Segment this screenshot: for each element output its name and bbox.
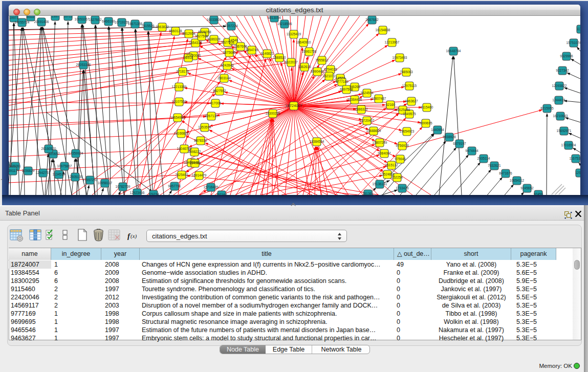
svg-text:1527602: 1527602 <box>89 18 102 21</box>
svg-text:11325419: 11325419 <box>287 32 301 36</box>
svg-text:3624554: 3624554 <box>360 91 374 95</box>
svg-text:1997: 1997 <box>52 16 59 18</box>
svg-text:12923466: 12923466 <box>130 191 145 194</box>
svg-text:7485063: 7485063 <box>400 70 413 74</box>
svg-text:252254: 252254 <box>391 176 403 179</box>
svg-text:10719155: 10719155 <box>115 20 129 24</box>
svg-text:16210643: 16210643 <box>553 114 568 118</box>
svg-text:12942757: 12942757 <box>36 171 51 174</box>
svg-text:20364436: 20364436 <box>347 98 362 101</box>
svg-text:9777169: 9777169 <box>335 80 349 83</box>
svg-text:15692971: 15692971 <box>557 129 572 133</box>
svg-text:16648784: 16648784 <box>446 49 461 53</box>
svg-text:10807487: 10807487 <box>372 97 386 100</box>
svg-text:8813054: 8813054 <box>268 16 281 19</box>
svg-text:15716485: 15716485 <box>204 185 219 189</box>
svg-text:18724007: 18724007 <box>285 103 302 108</box>
svg-text:2803144: 2803144 <box>217 76 231 80</box>
svg-text:2020657: 2020657 <box>47 152 60 156</box>
svg-text:8186328: 8186328 <box>207 37 221 41</box>
svg-text:26160520: 26160520 <box>41 147 56 150</box>
svg-text:1156829: 1156829 <box>22 169 35 172</box>
svg-text:1733426: 1733426 <box>396 186 409 190</box>
svg-text:6897508: 6897508 <box>340 87 353 91</box>
svg-text:15751074: 15751074 <box>567 41 580 45</box>
svg-text:2087682: 2087682 <box>365 18 379 21</box>
svg-text:39117: 39117 <box>9 169 17 172</box>
svg-text:12975115: 12975115 <box>402 84 417 87</box>
svg-text:417006: 417006 <box>210 101 221 105</box>
svg-text:14546: 14546 <box>229 38 238 42</box>
svg-text:8226058: 8226058 <box>198 30 211 34</box>
svg-text:15807249: 15807249 <box>373 141 387 144</box>
svg-text:1134519: 1134519 <box>53 172 66 176</box>
svg-text:19654923: 19654923 <box>400 129 415 133</box>
svg-text:11123: 11123 <box>576 27 580 31</box>
svg-text:12093822: 12093822 <box>552 84 567 87</box>
svg-text:14524: 14524 <box>336 76 345 80</box>
svg-text:7625402: 7625402 <box>175 173 188 177</box>
svg-text:154099: 154099 <box>189 161 201 165</box>
svg-text:19654985: 19654985 <box>170 116 185 119</box>
svg-text:10654112: 10654112 <box>510 179 525 182</box>
svg-text:8990448: 8990448 <box>311 70 324 73</box>
svg-text:19218596: 19218596 <box>277 22 292 26</box>
svg-text:19166825: 19166825 <box>174 132 189 135</box>
svg-text:3498222: 3498222 <box>188 150 201 154</box>
svg-text:28053346: 28053346 <box>76 63 91 67</box>
svg-text:9146821: 9146821 <box>260 52 274 55</box>
svg-text:9756928: 9756928 <box>396 144 409 147</box>
svg-text:16782759: 16782759 <box>116 185 130 188</box>
svg-text:10958117: 10958117 <box>98 181 113 185</box>
svg-text:17359924: 17359924 <box>69 151 83 155</box>
svg-text:8938928: 8938928 <box>443 135 456 139</box>
svg-text:9463627: 9463627 <box>405 99 418 103</box>
svg-text:10712: 10712 <box>63 16 73 18</box>
svg-text:9527506: 9527506 <box>195 34 208 38</box>
svg-text:9329966: 9329966 <box>560 54 573 58</box>
svg-text:10653267: 10653267 <box>75 17 90 21</box>
svg-text:15720407: 15720407 <box>360 119 375 122</box>
svg-text:2718176: 2718176 <box>176 70 189 73</box>
svg-text:19384554: 19384554 <box>310 140 324 143</box>
svg-text:18640910: 18640910 <box>296 40 311 44</box>
svg-text:9084067: 9084067 <box>378 151 391 155</box>
svg-text:835061: 835061 <box>10 164 21 168</box>
svg-text:1621072: 1621072 <box>322 74 336 78</box>
svg-text:7663822: 7663822 <box>156 25 169 29</box>
svg-text:7515526: 7515526 <box>141 24 155 28</box>
svg-text:9115460: 9115460 <box>421 105 433 109</box>
svg-text:1654338: 1654338 <box>189 41 202 45</box>
svg-text:16671355: 16671355 <box>128 22 143 26</box>
svg-text:8878332: 8878332 <box>194 139 207 142</box>
svg-text:8322037: 8322037 <box>285 60 298 64</box>
svg-text:8471676: 8471676 <box>499 171 512 175</box>
svg-text:12505135: 12505135 <box>68 175 83 179</box>
svg-text:2935114: 2935114 <box>477 157 490 160</box>
svg-text:8427552: 8427552 <box>213 89 226 93</box>
svg-text:62160: 62160 <box>386 103 395 106</box>
svg-text:1440954: 1440954 <box>431 128 444 132</box>
svg-text:975646: 975646 <box>395 157 406 161</box>
svg-text:9245652: 9245652 <box>520 186 534 190</box>
svg-text:12510: 12510 <box>575 171 580 174</box>
svg-text:8912954: 8912954 <box>182 32 195 35</box>
svg-text:16033809: 16033809 <box>207 18 222 21</box>
svg-text:10975867: 10975867 <box>57 164 72 168</box>
svg-text:16154838: 16154838 <box>376 28 390 32</box>
svg-text:1167535: 1167535 <box>570 157 580 160</box>
svg-text:10973493: 10973493 <box>393 56 407 59</box>
svg-text:1588520: 1588520 <box>273 56 286 59</box>
svg-text:8533: 8533 <box>27 16 35 18</box>
svg-text:1244415: 1244415 <box>552 98 565 102</box>
svg-text:20691406: 20691406 <box>34 20 49 24</box>
svg-text:10025458: 10025458 <box>396 108 410 112</box>
svg-text:1615132: 1615132 <box>385 163 398 167</box>
svg-text:3875685: 3875685 <box>223 51 236 54</box>
svg-text:7632621: 7632621 <box>488 164 501 167</box>
svg-text:1362615: 1362615 <box>298 65 311 69</box>
svg-text:10688609: 10688609 <box>366 129 381 133</box>
svg-text:16914479: 16914479 <box>192 173 207 177</box>
svg-text:7357224: 7357224 <box>225 24 238 28</box>
svg-text:8215955: 8215955 <box>540 106 554 110</box>
